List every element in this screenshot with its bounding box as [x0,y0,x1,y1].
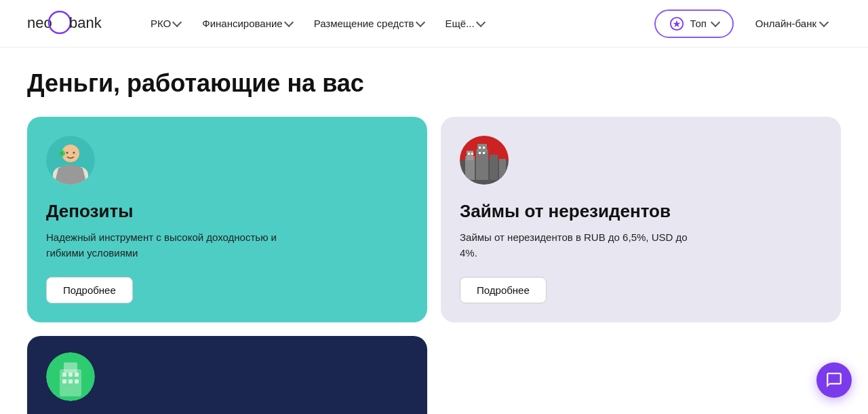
nav-item-more[interactable]: Ещё... [437,12,492,35]
svg-point-7 [66,152,68,154]
svg-rect-30 [62,373,66,377]
nav-label-rko: РКО [151,18,171,29]
card-deposits-button[interactable]: Подробнее [46,277,133,303]
card-loans-desc: Займы от нерезидентов в RUB до 6,5%, USD… [460,230,704,261]
star-icon [669,16,684,31]
svg-rect-35 [75,379,79,383]
svg-rect-18 [490,155,498,180]
online-bank-button[interactable]: Онлайн-банк [742,12,841,35]
chevron-down-icon [284,18,294,27]
nav-label-placement: Размещение средств [314,18,414,29]
card-deposits-title: Депозиты [46,201,408,222]
svg-rect-22 [479,147,481,149]
svg-rect-24 [479,152,481,154]
page-title: Деньги, работающие на вас [27,69,841,98]
top-button[interactable]: Топ [654,10,733,38]
card-deposits-desc: Надежный инструмент с высокой доходность… [46,230,290,261]
svg-rect-34 [68,379,73,383]
avatar-loans [460,136,509,185]
logo-neo: neo bank [27,9,115,39]
svg-point-1 [49,12,71,33]
svg-rect-33 [62,379,66,383]
nav-item-placement[interactable]: Размещение средств [306,12,432,35]
nav-right: Топ Онлайн-банк [654,10,841,38]
svg-rect-23 [483,147,485,149]
card-bonds: Облигации банка [27,336,427,414]
nav-label-more: Ещё... [446,18,475,29]
svg-rect-19 [499,159,506,180]
svg-text:bank: bank [69,14,102,31]
chevron-down-icon [172,18,182,27]
svg-point-10 [60,152,63,155]
svg-rect-29 [64,362,77,373]
chat-fab-button[interactable] [816,362,852,398]
nav-label-financing: Финансирование [202,18,282,29]
svg-rect-15 [467,151,473,160]
card-loans-button[interactable]: Подробнее [460,277,547,303]
card-deposits: Депозиты Надежный инструмент с высокой д… [27,117,427,322]
svg-rect-20 [468,153,470,155]
card-loans: Займы от нерезидентов Займы от нерезиден… [441,117,841,322]
top-button-label: Топ [690,18,706,29]
main-content: Деньги, работающие на вас [0,48,868,414]
card-loans-title: Займы от нерезидентов [460,201,822,222]
online-bank-label: Онлайн-банк [755,18,816,29]
navbar: neo bank РКО Финансирование Размещение с… [0,0,868,48]
chat-icon [825,371,843,389]
cards-grid: Депозиты Надежный инструмент с высокой д… [27,117,841,414]
nav-items: РКО Финансирование Размещение средств Ещ… [142,12,633,35]
svg-rect-16 [476,149,488,180]
svg-point-8 [73,152,75,154]
chevron-down-icon [476,18,486,27]
online-bank-chevron-icon [819,18,829,27]
svg-rect-21 [471,153,473,155]
avatar-deposits [46,136,95,185]
svg-rect-25 [483,152,485,154]
chevron-down-icon [415,18,425,27]
top-chevron-icon [711,18,720,27]
nav-item-rko[interactable]: РКО [142,12,189,35]
nav-item-financing[interactable]: Финансирование [194,12,300,35]
svg-rect-32 [75,373,79,377]
svg-rect-31 [68,373,73,377]
avatar-bonds [46,352,95,401]
logo[interactable]: neo bank [27,9,115,39]
